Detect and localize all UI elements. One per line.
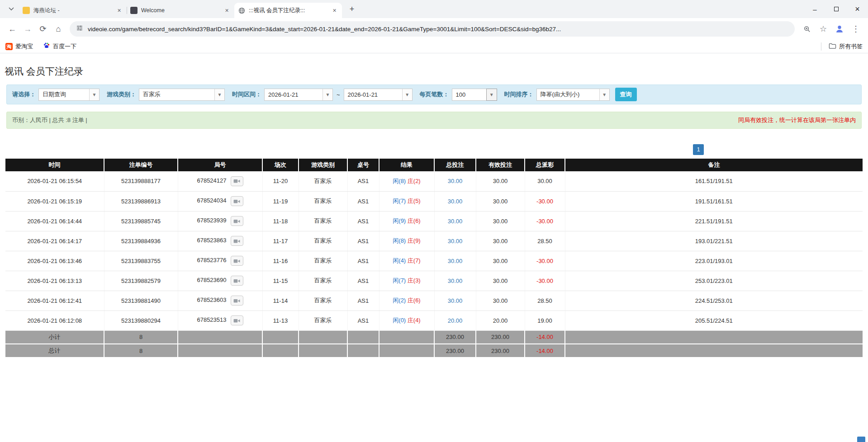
folder-icon [829, 42, 836, 51]
all-bookmarks[interactable]: 所有书签 [821, 42, 863, 51]
date-end-select[interactable]: 2026-01-21 ▼ [344, 89, 413, 101]
site-info-icon[interactable] [76, 24, 83, 33]
tab-1[interactable]: 海燕论坛 - × [19, 3, 127, 18]
tab-2[interactable]: Welcome × [127, 3, 234, 18]
cell-note: 161.51/191.51 [565, 171, 863, 191]
maximize-button[interactable] [825, 0, 847, 18]
round-number: 678524127 [197, 177, 226, 184]
cell-total-bet[interactable]: 30.00 [434, 211, 476, 231]
close-tab-icon[interactable]: × [115, 7, 123, 14]
column-header: 注单编号 [104, 159, 178, 171]
close-window-button[interactable]: × [847, 0, 868, 18]
replay-button[interactable] [231, 176, 243, 186]
tab-title: Welcome [141, 7, 219, 14]
query-type-select[interactable]: 日期查询 ▼ [38, 89, 100, 101]
replay-button[interactable] [231, 296, 243, 306]
replay-button[interactable] [231, 196, 243, 206]
summary-empty [299, 330, 347, 344]
bookmark-taobao[interactable]: 淘 爱淘宝 [5, 42, 33, 51]
cell-valid-bet: 30.00 [476, 271, 525, 291]
bookmark-star-icon[interactable]: ☆ [816, 21, 831, 37]
cell-round: 678523690 [178, 271, 262, 291]
page-size-value: 100 [452, 91, 487, 98]
video-icon [233, 258, 240, 264]
tab-search-button[interactable] [5, 2, 18, 16]
minimize-button[interactable]: – [804, 0, 825, 18]
bottom-pagination-partial[interactable] [857, 437, 865, 442]
result-banker: 庄(6) [408, 217, 421, 224]
browser-menu-icon[interactable]: ⋮ [848, 21, 863, 37]
replay-button[interactable] [231, 236, 243, 246]
cell-bet-id: 523139888177 [104, 171, 178, 191]
cell-total-bet[interactable]: 30.00 [434, 171, 476, 191]
back-button[interactable]: ← [5, 21, 20, 37]
cell-game-type: 百家乐 [299, 271, 347, 291]
cell-total-bet[interactable]: 30.00 [434, 291, 476, 310]
result-player: 闲(4) [393, 257, 406, 264]
summary-payout: -14.00 [525, 344, 565, 357]
cell-time: 2026-01-21 06:14:44 [5, 211, 104, 231]
round-number: 678523776 [197, 257, 226, 263]
chevron-down-icon [9, 7, 14, 11]
replay-button[interactable] [231, 276, 243, 286]
table-row: 2026-01-21 06:15:19523139886913678524034… [5, 191, 863, 211]
cell-payout: -30.00 [525, 211, 565, 231]
cell-payout: -30.00 [525, 191, 565, 211]
select-type-label: 请选择： [12, 90, 36, 99]
date-start-select[interactable]: 2026-01-21 ▼ [264, 89, 333, 101]
round-number: 678523603 [197, 296, 226, 303]
search-button[interactable]: 查询 [615, 88, 637, 101]
replay-button[interactable] [231, 216, 243, 226]
filter-bar: 请选择： 日期查询 ▼ 游戏类别： 百家乐 ▼ 时间区间： 2026-01-21… [6, 85, 862, 104]
subtotal-row: 小计8230.00230.00-14.00 [5, 330, 863, 344]
cell-table-number: AS1 [347, 231, 379, 251]
cell-payout: 28.50 [525, 231, 565, 251]
result-player: 闲(0) [393, 317, 406, 324]
cell-valid-bet: 20.00 [476, 310, 525, 330]
page-size-select[interactable]: 100 ▼ [452, 89, 497, 101]
result-player: 闲(8) [393, 237, 406, 244]
cell-valid-bet: 30.00 [476, 231, 525, 251]
replay-button[interactable] [231, 315, 243, 325]
column-header: 结果 [379, 159, 434, 171]
cell-session: 11-18 [262, 211, 299, 231]
sort-select[interactable]: 降幂(由大到小) ▼ [536, 89, 610, 101]
new-tab-button[interactable]: + [346, 3, 358, 15]
bet-records-table: 时间注单编号局号场次游戏类别桌号结果总投注有效投注总派彩备注 2026-01-2… [5, 159, 863, 358]
profile-avatar[interactable] [832, 21, 847, 37]
result-banker: 庄(5) [408, 197, 421, 204]
cell-total-bet[interactable]: 20.00 [434, 310, 476, 330]
cell-total-bet[interactable]: 30.00 [434, 231, 476, 251]
result-banker: 庄(9) [408, 237, 421, 244]
page-number-button[interactable]: 1 [693, 144, 704, 155]
forward-button[interactable]: → [20, 21, 35, 37]
cell-session: 11-16 [262, 251, 299, 271]
bookmark-baidu[interactable]: 百度一下 [43, 42, 76, 51]
cell-result: 闲(2) 庄(6) [379, 291, 434, 310]
cell-game-type: 百家乐 [299, 231, 347, 251]
cell-note: 205.51/224.51 [565, 310, 863, 330]
zoom-icon[interactable] [799, 21, 815, 37]
tab-3-active[interactable]: :::视讯 会员下注纪录::: × [234, 3, 342, 18]
cell-total-bet[interactable]: 30.00 [434, 251, 476, 271]
cell-round: 678524127 [178, 171, 262, 191]
column-header: 时间 [5, 159, 104, 171]
cell-round: 678523939 [178, 211, 262, 231]
bookmarks-bar: 淘 爱淘宝 百度一下 所有书签 [0, 40, 868, 53]
game-type-select[interactable]: 百家乐 ▼ [139, 89, 225, 101]
chevron-down-icon: ▼ [402, 89, 412, 100]
close-tab-icon[interactable]: × [223, 7, 231, 14]
home-button[interactable]: ⌂ [51, 21, 66, 37]
column-header: 总派彩 [525, 159, 565, 171]
replay-button[interactable] [231, 256, 243, 266]
result-player: 闲(8) [393, 178, 406, 184]
table-row: 2026-01-21 06:12:41523139881490678523603… [5, 291, 863, 310]
close-tab-icon[interactable]: × [331, 7, 338, 14]
cell-total-bet[interactable]: 30.00 [434, 271, 476, 291]
result-banker: 庄(6) [408, 297, 421, 304]
address-bar[interactable]: videoie.com/game/betrecord_search/kind3?… [70, 21, 795, 37]
reload-button[interactable]: ⟳ [35, 21, 51, 37]
cell-total-bet[interactable]: 30.00 [434, 191, 476, 211]
cell-session: 11-13 [262, 310, 299, 330]
cell-session: 11-14 [262, 291, 299, 310]
